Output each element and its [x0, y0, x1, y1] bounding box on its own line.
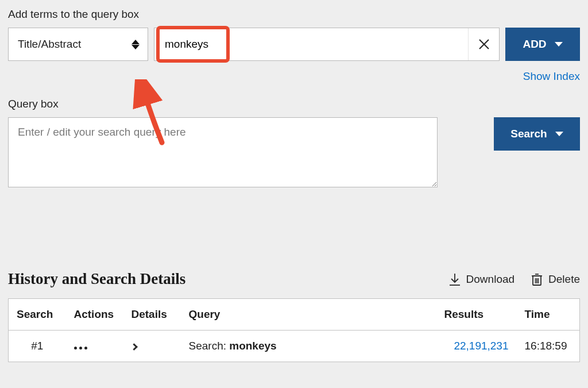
history-actions: Download Delete — [448, 272, 580, 286]
term-input-wrap — [154, 28, 500, 61]
show-index-link[interactable]: Show Index — [523, 70, 580, 83]
search-button-label: Search — [510, 128, 547, 140]
history-title: History and Search Details — [8, 270, 185, 288]
field-select[interactable]: Title/Abstract — [8, 28, 148, 61]
row-query-cell: Search: monkeys — [181, 331, 436, 362]
row-time: 16:18:59 — [517, 331, 580, 362]
clear-term-button[interactable] — [468, 28, 499, 60]
row-actions-button[interactable] — [74, 347, 87, 349]
col-time-header: Time — [517, 299, 580, 331]
col-query-header: Query — [181, 299, 436, 331]
download-icon — [448, 272, 461, 286]
search-button[interactable]: Search — [494, 117, 580, 151]
col-details-header: Details — [123, 299, 181, 331]
add-terms-label: Add terms to the query box — [8, 8, 580, 21]
query-row: Search — [8, 117, 580, 187]
add-button-label: ADD — [523, 38, 546, 51]
download-button[interactable]: Download — [448, 272, 515, 286]
delete-button[interactable]: Delete — [531, 272, 580, 286]
history-table: Search Actions Details Query Results Tim… — [8, 298, 580, 362]
add-terms-row: Title/Abstract ADD — [8, 28, 580, 61]
row-details-expand[interactable] — [130, 343, 138, 351]
col-search-header: Search — [9, 299, 66, 331]
trash-icon — [531, 272, 543, 286]
add-button[interactable]: ADD — [505, 28, 580, 61]
delete-label: Delete — [548, 273, 580, 286]
field-select-value: Title/Abstract — [18, 38, 81, 51]
history-header: History and Search Details Download Dele… — [8, 270, 580, 288]
query-textarea[interactable] — [8, 117, 438, 187]
row-query-prefix: Search: — [189, 340, 230, 352]
term-input[interactable] — [160, 28, 499, 60]
table-header-row: Search Actions Details Query Results Tim… — [9, 299, 580, 331]
row-results-link[interactable]: 22,191,231 — [454, 340, 508, 352]
col-actions-header: Actions — [66, 299, 123, 331]
row-query-term: monkeys — [229, 340, 276, 352]
sort-icon — [131, 40, 140, 49]
chevron-down-icon — [555, 42, 563, 47]
close-icon — [478, 38, 490, 51]
download-label: Download — [466, 273, 515, 286]
table-row: #1 Search: monkeys 22,191,231 16:18:59 — [9, 331, 580, 362]
row-search-number: #1 — [9, 331, 66, 362]
query-box-label: Query box — [8, 98, 580, 110]
chevron-down-icon — [555, 132, 563, 136]
show-index-row: Show Index — [8, 70, 580, 83]
col-results-header: Results — [436, 299, 517, 331]
